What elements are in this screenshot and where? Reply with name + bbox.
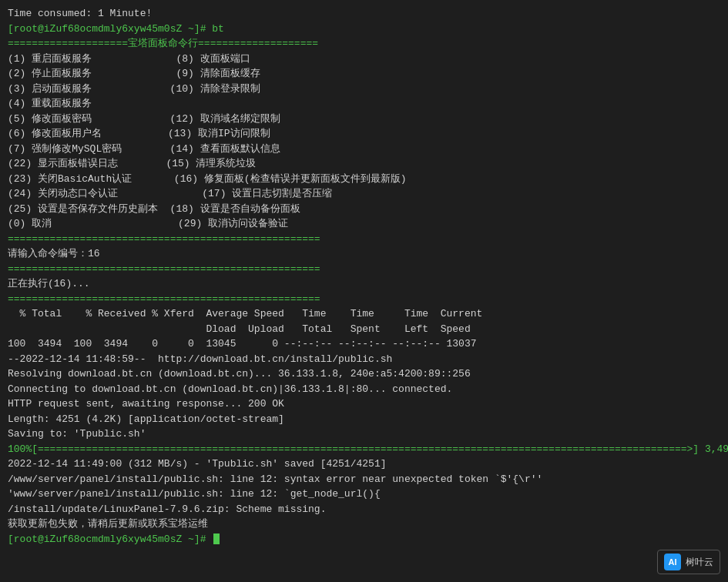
terminal-line: --2022-12-14 11:48:59-- http://download.… bbox=[8, 352, 720, 367]
terminal-line: (23) 关闭BasicAuth认证 (16) 修复面板(检查错误并更新面板文件… bbox=[8, 172, 720, 187]
terminal-line: (4) 重载面板服务 bbox=[8, 96, 720, 112]
terminal-line: (25) 设置是否保存文件历史副本 (18) 设置是否自动备份面板 bbox=[8, 202, 720, 217]
terminal-line: ========================================… bbox=[8, 292, 720, 307]
terminal-line: /install/update/LinuxPanel-7.9.6.zip: Sc… bbox=[8, 502, 720, 517]
terminal-line: (3) 启动面板服务 (10) 清除登录限制 bbox=[8, 82, 720, 97]
terminal-line: Length: 4251 (4.2K) [application/octet-s… bbox=[8, 412, 720, 427]
terminal-line: % Total % Received % Xferd Average Speed… bbox=[8, 306, 720, 322]
terminal-line: 2022-12-14 11:49:00 (312 MB/s) - 'Tpubli… bbox=[8, 457, 720, 472]
terminal-line: HTTP request sent, awaiting response... … bbox=[8, 396, 720, 412]
terminal-window: Time consumed: 1 Minute![root@iZuf68ocmd… bbox=[0, 0, 728, 582]
terminal-line: (2) 停止面板服务 (9) 清除面板缓存 bbox=[8, 66, 720, 82]
terminal-line: (0) 取消 (29) 取消访问设备验证 bbox=[8, 216, 720, 232]
terminal-line: 请输入命令编号：16 bbox=[8, 246, 720, 262]
watermark-icon: AI bbox=[664, 554, 681, 570]
terminal-line: (1) 重启面板服务 (8) 改面板端口 bbox=[8, 52, 720, 67]
watermark-label: 树叶云 bbox=[686, 555, 713, 569]
terminal-line: ========================================… bbox=[8, 262, 720, 277]
terminal-line: (22) 显示面板错误日志 (15) 清理系统垃圾 bbox=[8, 156, 720, 172]
terminal-line: (5) 修改面板密码 (12) 取消域名绑定限制 bbox=[8, 112, 720, 127]
terminal-line: Resolving download.bt.cn (download.bt.cn… bbox=[8, 366, 720, 382]
terminal-line: 正在执行(16)... bbox=[8, 276, 720, 292]
terminal-line: /www/server/panel/install/public.sh: lin… bbox=[8, 472, 720, 487]
terminal-line: ========================================… bbox=[8, 232, 720, 247]
terminal-cursor bbox=[213, 534, 220, 544]
terminal-line: 'www/server/panel/install/public.sh: lin… bbox=[8, 487, 720, 502]
terminal-line: ====================宝塔面板命令行=============… bbox=[8, 36, 720, 52]
terminal-line: 100 3494 100 3494 0 0 13045 0 --:--:-- -… bbox=[8, 336, 720, 352]
terminal-line: 获取更新包失败，请稍后更新或联系宝塔运维 bbox=[8, 517, 720, 532]
terminal-line: [root@iZuf68ocmdmly6xyw45m0sZ ~]# bt bbox=[8, 22, 720, 37]
terminal-line: [root@iZuf68ocmdmly6xyw45m0sZ ~]# bbox=[8, 532, 720, 547]
terminal-line: Dload Upload Total Spent Left Speed bbox=[8, 322, 720, 337]
terminal-line: Saving to: 'Tpublic.sh' bbox=[8, 426, 720, 442]
terminal-line: Connecting to download.bt.cn (download.b… bbox=[8, 382, 720, 397]
terminal-line: (6) 修改面板用户名 (13) 取消IP访问限制 bbox=[8, 126, 720, 142]
terminal-line: (24) 关闭动态口令认证 (17) 设置日志切割是否压缩 bbox=[8, 186, 720, 202]
terminal-line: Time consumed: 1 Minute! bbox=[8, 6, 720, 22]
terminal-line: 100%[===================================… bbox=[8, 442, 720, 457]
terminal-line: (7) 强制修改MySQL密码 (14) 查看面板默认信息 bbox=[8, 142, 720, 157]
terminal-content: Time consumed: 1 Minute![root@iZuf68ocmd… bbox=[8, 6, 720, 547]
watermark: AI 树叶云 bbox=[657, 550, 720, 574]
